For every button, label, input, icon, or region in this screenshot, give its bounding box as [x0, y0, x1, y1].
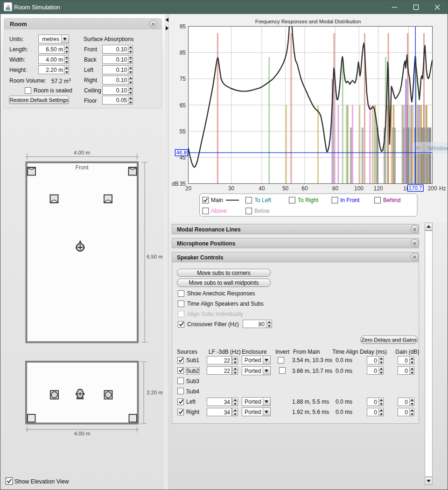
svg-text:4.00 m: 4.00 m [74, 150, 90, 155]
svg-text:Window: Window [427, 145, 448, 152]
svg-text:Main: Main [211, 197, 223, 203]
svg-text:120: 120 [373, 185, 383, 192]
svg-text:200: 200 [428, 185, 437, 192]
svg-text:Show Elevation View: Show Elevation View [14, 478, 69, 485]
svg-text:Front: Front [75, 164, 89, 171]
svg-text:80: 80 [332, 185, 339, 192]
svg-text:To Right: To Right [298, 197, 319, 203]
svg-text:60: 60 [301, 185, 308, 192]
svg-text:170.7: 170.7 [409, 185, 422, 191]
svg-text:6.50 m: 6.50 m [147, 254, 163, 259]
svg-text:100: 100 [354, 185, 364, 192]
svg-text:35: 35 [180, 181, 186, 187]
svg-text:50: 50 [282, 185, 289, 192]
svg-text:2.20 m: 2.20 m [147, 390, 163, 395]
svg-text:Behind: Behind [383, 197, 400, 203]
svg-text:46.8: 46.8 [176, 150, 187, 155]
svg-text:To Left: To Left [254, 197, 272, 203]
svg-text:Above: Above [211, 208, 227, 214]
svg-text:In Front: In Front [340, 197, 360, 203]
svg-text:40: 40 [259, 185, 265, 192]
svg-text:30: 30 [228, 185, 235, 192]
svg-text:55: 55 [180, 128, 186, 135]
svg-text:65: 65 [180, 102, 186, 109]
svg-text:4.00 m: 4.00 m [74, 431, 90, 436]
svg-text:Frequency Responses and Modal: Frequency Responses and Modal Distributi… [255, 19, 361, 24]
svg-text:95: 95 [180, 23, 186, 30]
svg-text:20: 20 [185, 185, 192, 192]
svg-text:Hz: Hz [439, 185, 446, 192]
svg-text:85: 85 [180, 49, 186, 56]
svg-text:dB: dB [172, 181, 179, 187]
svg-text:Below: Below [254, 208, 270, 214]
svg-text:75: 75 [180, 76, 186, 82]
